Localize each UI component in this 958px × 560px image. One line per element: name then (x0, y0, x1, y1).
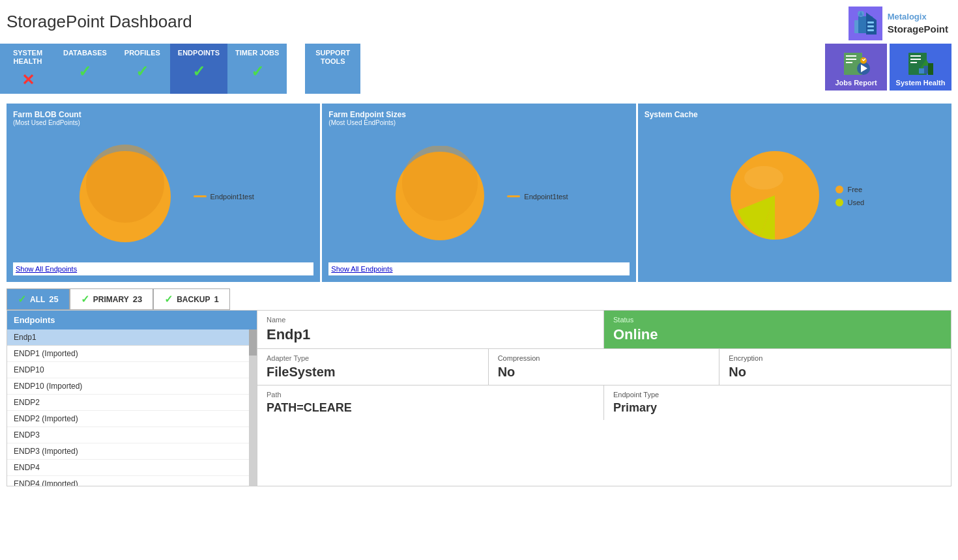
detail-compression-value: No (498, 365, 710, 380)
filter-tab-backup[interactable]: ✓ BACKUP 1 (153, 288, 230, 310)
list-item[interactable]: ENDP3 (7, 427, 249, 443)
show-all-endpoints-blob[interactable]: Show All Endpoints (13, 264, 80, 274)
list-item[interactable]: ENDP1 (Imported) (7, 346, 249, 362)
sizes-legend-item: Endpoint1test (524, 193, 568, 201)
page-title: StoragePoint Dashboard (7, 7, 192, 32)
endpoint-detail-panel: Name Endp1 Status Online Adapter Type Fi… (257, 310, 951, 486)
detail-path-cell: Path PATH=CLEARE (257, 385, 604, 420)
svg-point-29 (744, 166, 783, 189)
system-health-report-button[interactable]: System Health (890, 44, 951, 91)
nav-tile-databases[interactable]: DATABASES ✓ (55, 44, 115, 94)
cache-legend-free: Free (835, 186, 864, 193)
svg-rect-5 (867, 29, 874, 31)
detail-encryption-value: No (729, 365, 942, 380)
detail-adapter-label: Adapter Type (267, 354, 479, 362)
nav-tile-timer-jobs[interactable]: TIMER JOBS ✓ (227, 44, 287, 94)
detail-name-cell: Name Endp1 (257, 311, 604, 349)
jobs-report-label: Jobs Report (835, 79, 877, 87)
svg-rect-4 (867, 25, 874, 27)
endpoints-list-container: Endp1 ENDP1 (Imported) ENDP10 ENDP10 (Im… (7, 329, 257, 486)
detail-name-value: Endp1 (267, 326, 594, 343)
endpoints-list[interactable]: Endp1 ENDP1 (Imported) ENDP10 ENDP10 (Im… (7, 329, 249, 486)
detail-path-value: PATH=CLEARE (267, 401, 594, 415)
logo-product: StoragePoint (888, 23, 948, 36)
list-item[interactable]: ENDP4 (7, 460, 249, 476)
nav-gap (287, 44, 305, 94)
endpoints-section: Endpoints Endp1 ENDP1 (Imported) ENDP10 … (7, 310, 951, 486)
detail-adapter-value: FileSystem (267, 365, 479, 380)
svg-rect-19 (910, 62, 917, 63)
detail-endpoint-type-value: Primary (613, 401, 942, 415)
detail-status-label: Status (613, 316, 942, 324)
list-item[interactable]: ENDP10 (Imported) (7, 378, 249, 395)
detail-encryption-cell: Encryption No (719, 349, 951, 385)
detail-name-label: Name (267, 316, 594, 324)
farm-blob-count-chart: Farm BLOB Count (Most Used EndPoints) En… (7, 104, 320, 282)
detail-encryption-label: Encryption (729, 354, 942, 362)
cache-legend-used: Used (835, 199, 864, 206)
nav-bar: SYSTEM HEALTH ✕ DATABASES ✓ PROFILES ✓ E… (0, 44, 360, 94)
scrollbar[interactable] (249, 329, 257, 486)
chart-title-cache: System Cache (645, 110, 945, 119)
detail-endpoint-type-cell: Endpoint Type Primary (604, 385, 951, 420)
detail-row-3: Path PATH=CLEARE Endpoint Type Primary (257, 385, 951, 420)
chart-subtitle-sizes: (Most Used EndPoints) (328, 119, 629, 126)
svg-rect-12 (846, 62, 852, 63)
svg-point-25 (86, 145, 164, 223)
chart-subtitle-blob: (Most Used EndPoints) (13, 119, 313, 126)
detail-row-1: Name Endp1 Status Online (257, 311, 951, 349)
detail-status-value: Online (613, 326, 942, 343)
svg-rect-11 (846, 59, 856, 60)
chart-title-sizes: Farm Endpoint Sizes (328, 110, 629, 119)
show-all-endpoints-sizes[interactable]: Show All Endpoints (328, 264, 395, 274)
svg-rect-10 (846, 55, 856, 57)
filter-tabs: ✓ ALL 25 ✓ PRIMARY 23 ✓ BACKUP 1 (7, 288, 951, 310)
svg-rect-17 (910, 55, 921, 57)
detail-compression-label: Compression (498, 354, 710, 362)
detail-compression-cell: Compression No (489, 349, 720, 385)
svg-rect-3 (867, 21, 874, 23)
detail-row-2: Adapter Type FileSystem Compression No E… (257, 349, 951, 385)
nav-tile-support-tools[interactable]: SUPPORT TOOLS (305, 44, 360, 94)
endpoints-list-header: Endpoints (7, 311, 257, 329)
report-buttons: Jobs Report System Health (825, 44, 951, 91)
system-health-report-label: System Health (896, 79, 946, 87)
nav-tile-profiles[interactable]: PROFILES ✓ (115, 44, 170, 94)
list-item[interactable]: ENDP3 (Imported) (7, 443, 249, 460)
jobs-report-button[interactable]: Jobs Report (825, 44, 887, 91)
detail-adapter-cell: Adapter Type FileSystem (257, 349, 489, 385)
svg-rect-21 (923, 66, 929, 74)
detail-endpoint-type-label: Endpoint Type (613, 391, 942, 399)
svg-rect-18 (910, 59, 921, 60)
system-cache-chart: System Cache Free (638, 104, 951, 282)
filter-tab-all[interactable]: ✓ ALL 25 (7, 288, 70, 310)
endpoints-list-panel: Endpoints Endp1 ENDP1 (Imported) ENDP10 … (7, 310, 257, 486)
list-item[interactable]: ENDP2 (7, 395, 249, 411)
filter-tab-primary[interactable]: ✓ PRIMARY 23 (70, 288, 153, 310)
charts-section: Farm BLOB Count (Most Used EndPoints) En… (7, 104, 951, 282)
logo-brand: Metalogix (888, 12, 948, 23)
list-item[interactable]: ENDP2 (Imported) (7, 411, 249, 427)
list-item[interactable]: Endp1 (7, 329, 249, 346)
logo-area: Metalogix StoragePoint (849, 7, 948, 40)
nav-tile-system-health[interactable]: SYSTEM HEALTH ✕ (0, 44, 55, 94)
svg-rect-22 (919, 68, 924, 74)
svg-rect-23 (928, 63, 933, 75)
nav-tile-endpoints[interactable]: ENDPOINTS ✓ (170, 44, 227, 94)
detail-status-cell: Status Online (604, 311, 951, 349)
farm-endpoint-sizes-chart: Farm Endpoint Sizes (Most Used EndPoints… (322, 104, 635, 282)
blob-legend-item: Endpoint1test (210, 193, 254, 201)
svg-point-27 (402, 146, 478, 221)
list-item[interactable]: ENDP4 (Imported) (7, 476, 249, 486)
chart-title-blob: Farm BLOB Count (13, 110, 313, 119)
list-item[interactable]: ENDP10 (7, 362, 249, 378)
detail-path-label: Path (267, 391, 594, 399)
